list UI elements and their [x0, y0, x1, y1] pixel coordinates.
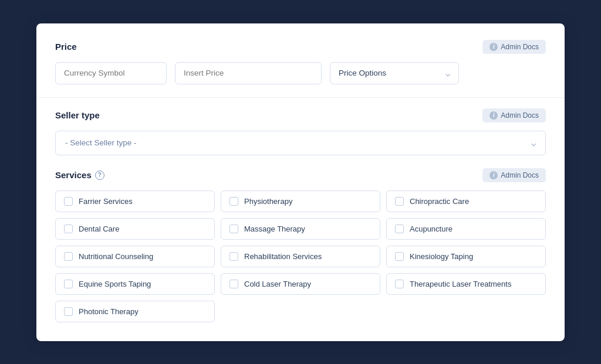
service-checkbox-therapeutic-laser-treatments[interactable]: [395, 280, 404, 288]
info-icon-2: i: [489, 111, 498, 120]
price-options-label: Price Options: [339, 69, 386, 77]
service-item-acupuncture[interactable]: Acupuncture: [386, 218, 546, 240]
service-checkbox-photonic-therapy[interactable]: [64, 307, 73, 316]
question-icon: ?: [95, 171, 104, 180]
services-admin-docs-button[interactable]: i Admin Docs: [482, 168, 546, 182]
seller-type-admin-docs-label: Admin Docs: [501, 111, 539, 120]
services-label: Services: [55, 170, 92, 180]
seller-type-admin-docs-button[interactable]: i Admin Docs: [482, 108, 546, 123]
service-item-rehabilitation-services[interactable]: Rehabilitation Services: [221, 246, 380, 267]
service-item-physiotherapy[interactable]: Physiotherapy: [221, 190, 380, 212]
info-icon-3: i: [489, 171, 498, 179]
service-label-kinesiology-taping: Kinesiology Taping: [410, 252, 473, 261]
seller-type-placeholder: - Select Seller type -: [65, 138, 137, 147]
service-label-dental-care: Dental Care: [79, 224, 119, 233]
service-item-cold-laser-therapy[interactable]: Cold Laser Therapy: [221, 273, 380, 295]
price-admin-docs-button[interactable]: i Admin Docs: [482, 40, 546, 54]
currency-symbol-input[interactable]: [55, 62, 167, 84]
seller-type-dropdown[interactable]: - Select Seller type - ⌵: [55, 131, 546, 155]
service-item-kinesiology-taping[interactable]: Kinesiology Taping: [386, 246, 546, 267]
service-item-therapeutic-laser-treatments[interactable]: Therapeutic Laser Treatments: [386, 273, 546, 295]
service-checkbox-massage-therapy[interactable]: [229, 224, 238, 233]
service-checkbox-kinesiology-taping[interactable]: [395, 252, 404, 261]
services-section-header: Services ? i Admin Docs: [55, 168, 546, 182]
price-options-dropdown[interactable]: Price Options ⌵: [330, 62, 459, 84]
service-label-rehabilitation-services: Rehabilitation Services: [244, 252, 322, 261]
service-label-nutritional-counseling: Nutritional Counseling: [79, 252, 153, 261]
service-label-farrier-services: Farrier Services: [79, 197, 133, 206]
seller-type-section-header: Seller type i Admin Docs: [55, 108, 546, 123]
service-label-cold-laser-therapy: Cold Laser Therapy: [244, 280, 311, 288]
service-label-acupuncture: Acupuncture: [410, 224, 453, 233]
service-label-chiropractic-care: Chiropractic Care: [410, 197, 469, 206]
service-item-nutritional-counseling[interactable]: Nutritional Counseling: [55, 246, 215, 267]
chevron-down-icon: ⌵: [445, 69, 450, 78]
insert-price-input[interactable]: [175, 62, 322, 84]
service-checkbox-acupuncture[interactable]: [395, 224, 404, 233]
services-header-group: Services ?: [55, 170, 104, 180]
service-label-therapeutic-laser-treatments: Therapeutic Laser Treatments: [410, 280, 511, 288]
service-item-equine-sports-taping[interactable]: Equine Sports Taping: [55, 273, 215, 295]
service-checkbox-nutritional-counseling[interactable]: [64, 252, 73, 261]
price-label: Price: [55, 42, 77, 52]
service-label-equine-sports-taping: Equine Sports Taping: [79, 280, 151, 288]
services-grid: Farrier ServicesPhysiotherapyChiropracti…: [55, 190, 546, 322]
price-section-header: Price i Admin Docs: [55, 40, 546, 54]
services-admin-docs-label: Admin Docs: [501, 171, 539, 179]
service-label-photonic-therapy: Photonic Therapy: [79, 307, 139, 316]
service-checkbox-cold-laser-therapy[interactable]: [229, 280, 238, 288]
service-label-massage-therapy: Massage Therapy: [244, 224, 305, 233]
seller-type-label: Seller type: [55, 110, 100, 120]
service-checkbox-farrier-services[interactable]: [64, 197, 73, 206]
service-checkbox-dental-care[interactable]: [64, 224, 73, 233]
info-icon: i: [489, 43, 498, 51]
service-item-massage-therapy[interactable]: Massage Therapy: [221, 218, 380, 240]
service-item-photonic-therapy[interactable]: Photonic Therapy: [55, 301, 215, 322]
seller-type-chevron-icon: ⌵: [531, 138, 536, 148]
outer-container: Price i Admin Docs Price Options ⌵ Selle…: [0, 0, 601, 364]
divider-1: [36, 97, 565, 98]
service-checkbox-physiotherapy[interactable]: [229, 197, 238, 206]
price-inputs-row: Price Options ⌵: [55, 62, 546, 84]
price-admin-docs-label: Admin Docs: [501, 43, 539, 51]
service-item-dental-care[interactable]: Dental Care: [55, 218, 215, 240]
service-item-chiropractic-care[interactable]: Chiropractic Care: [386, 190, 546, 212]
service-checkbox-rehabilitation-services[interactable]: [229, 252, 238, 261]
service-item-farrier-services[interactable]: Farrier Services: [55, 190, 215, 212]
service-checkbox-chiropractic-care[interactable]: [395, 197, 404, 206]
main-card: Price i Admin Docs Price Options ⌵ Selle…: [36, 23, 565, 341]
service-label-physiotherapy: Physiotherapy: [244, 197, 292, 206]
service-checkbox-equine-sports-taping[interactable]: [64, 280, 73, 288]
